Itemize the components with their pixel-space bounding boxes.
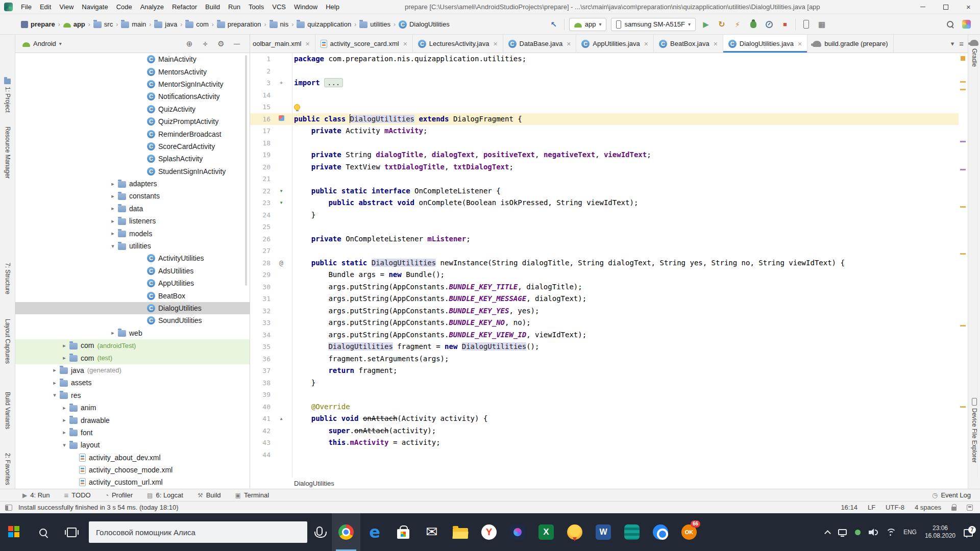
tree-item-MentorsActivity[interactable]: MentorsActivity	[15, 65, 250, 78]
tool-button-2-favorites[interactable]: 2: Favorites	[0, 453, 15, 485]
tool-button-todo[interactable]: TODO	[64, 491, 91, 499]
menu-refactor[interactable]: Refactor	[168, 0, 201, 14]
tree-chevron-icon[interactable]: ▸	[108, 193, 118, 199]
bluecircle-app-icon[interactable]	[646, 513, 675, 551]
apply-code-changes-button[interactable]	[732, 19, 743, 30]
tool-button-1-project[interactable]: 1: Project	[0, 79, 15, 113]
chevron-down-icon[interactable]: ▾	[59, 41, 62, 46]
breadcrumb-app[interactable]: app	[62, 19, 87, 29]
tree-chevron-icon[interactable]: ▾	[59, 442, 69, 448]
breadcrumb-main[interactable]: main	[119, 19, 148, 29]
tree-item-AdsUtilities[interactable]: AdsUtilities	[15, 265, 250, 277]
menu-navigate[interactable]: Navigate	[78, 0, 112, 14]
tree-item-listeners[interactable]: ▸listeners	[15, 215, 250, 227]
close-tab-icon[interactable]: ×	[305, 40, 309, 48]
warning-mark[interactable]	[960, 206, 966, 208]
warning-mark[interactable]	[960, 81, 966, 83]
tab-DialogUtilities.java[interactable]: DialogUtilities.java×	[723, 35, 807, 53]
avd-manager-button[interactable]	[800, 19, 812, 30]
editor[interactable]: 1package com.preparation.nis.quizapplica…	[250, 53, 968, 489]
tree-item-models[interactable]: ▸models	[15, 227, 250, 239]
tree-item-BeatBox[interactable]: BeatBox	[15, 289, 250, 302]
tool-button-event-log[interactable]: Event Log	[932, 491, 971, 499]
tree-item-MentorSignInActivity[interactable]: MentorSignInActivity	[15, 78, 250, 90]
maximize-button[interactable]	[934, 0, 957, 14]
chrome-app-icon[interactable]	[332, 513, 360, 551]
toolwindow-toggle-icon[interactable]	[5, 505, 12, 511]
tool-button-7-structure[interactable]: 7: Structure	[0, 263, 15, 294]
menu-build[interactable]: Build	[201, 0, 224, 14]
tree-item-utilities[interactable]: ▾utilities	[15, 240, 250, 252]
folder-app-icon[interactable]	[446, 513, 475, 551]
tray-expand-icon[interactable]	[824, 530, 831, 537]
tree-item-res[interactable]: ▾res	[15, 389, 250, 402]
ok-app-icon[interactable]: 66	[675, 513, 703, 551]
project-header-hide-icon[interactable]	[232, 39, 241, 48]
tree-item-com[interactable]: ▸com(androidTest)	[15, 339, 250, 352]
tree-chevron-icon[interactable]: ▸	[59, 429, 69, 436]
warning-mark[interactable]	[960, 253, 966, 255]
tool-button-6-logcat[interactable]: 6: Logcat	[147, 491, 183, 499]
tree-item-adapters[interactable]: ▸adapters	[15, 178, 250, 190]
tree-chevron-icon[interactable]: ▸	[59, 417, 69, 423]
photos-app-icon[interactable]	[503, 513, 532, 551]
device-dropdown[interactable]: samsung SM-A515F ▾	[611, 18, 696, 31]
search-everywhere-icon[interactable]	[945, 19, 956, 30]
warning-mark[interactable]	[960, 325, 966, 327]
wifi-icon[interactable]	[886, 529, 895, 536]
tree-item-activity_choose_mode.xml[interactable]: activity_choose_mode.xml	[15, 464, 250, 476]
tree-chevron-icon[interactable]: ▾	[108, 243, 118, 249]
mail-app-icon[interactable]	[418, 513, 446, 551]
tree-item-ActivityUtilities[interactable]: ActivityUtilities	[15, 252, 250, 264]
project-header-settings-icon[interactable]	[216, 39, 226, 48]
file-encoding[interactable]: UTF-8	[886, 504, 904, 511]
tree-item-web[interactable]: ▸web	[15, 327, 250, 339]
taskbar-clock[interactable]: 23:06 16.08.2020	[925, 524, 955, 540]
menu-vcs[interactable]: VCS	[268, 0, 290, 14]
warning-mark[interactable]	[960, 89, 966, 90]
tree-chevron-icon[interactable]: ▸	[59, 405, 69, 411]
stop-button[interactable]	[779, 19, 791, 30]
apply-changes-button[interactable]	[716, 19, 727, 30]
menu-run[interactable]: Run	[224, 0, 244, 14]
tree-item-font[interactable]: ▸font	[15, 427, 250, 439]
project-header-collapse-icon[interactable]	[201, 39, 210, 48]
breadcrumb-DialogUtilities[interactable]: DialogUtilities	[397, 19, 451, 30]
hidden-tabs-icon[interactable]	[951, 40, 954, 47]
project-header-target-icon[interactable]	[185, 39, 194, 48]
profiler-button[interactable]	[764, 19, 775, 30]
word-app-icon[interactable]	[589, 513, 618, 551]
excel-app-icon[interactable]	[532, 513, 560, 551]
tool-button-layout-captures[interactable]: Layout Captures	[0, 319, 15, 364]
tree-item-constants[interactable]: ▸constants	[15, 190, 250, 202]
menu-help[interactable]: Help	[322, 0, 344, 14]
tab-LecturesActivity.java[interactable]: LecturesActivity.java×	[413, 35, 503, 53]
tree-item-layout[interactable]: ▾layout	[15, 439, 250, 451]
tab-build.gradle (prepare)[interactable]: build.gradle (prepare)	[807, 35, 893, 53]
breadcrumb-prepare[interactable]: prepare	[19, 19, 57, 29]
menu-window[interactable]: Window	[290, 0, 322, 14]
caret-position[interactable]: 16:14	[841, 504, 857, 511]
indent-setting[interactable]: 4 spaces	[915, 504, 941, 511]
breadcrumb-nis[interactable]: nis	[268, 19, 290, 29]
tool-button-resource-manager[interactable]: Resource Manager	[0, 127, 15, 179]
breadcrumb-src[interactable]: src	[92, 19, 114, 29]
close-tab-icon[interactable]: ×	[567, 40, 571, 48]
project-view-selector[interactable]: Android	[33, 40, 56, 47]
error-stripe[interactable]	[959, 53, 968, 478]
tree-item-anim[interactable]: ▸anim	[15, 402, 250, 414]
close-button[interactable]: ×	[957, 0, 980, 14]
lock-icon[interactable]	[951, 507, 957, 511]
tree-item-StudentSignInActivity[interactable]: StudentSignInActivity	[15, 165, 250, 178]
menu-view[interactable]: View	[55, 0, 78, 14]
close-tab-icon[interactable]: ×	[403, 40, 407, 48]
tab-DataBase.java[interactable]: DataBase.java×	[503, 35, 577, 53]
tree-chevron-icon[interactable]: ▸	[108, 230, 118, 237]
code-area[interactable]: 1package com.preparation.nis.quizapplica…	[250, 53, 959, 478]
close-tab-icon[interactable]: ×	[644, 40, 648, 48]
tool-button-4-run[interactable]: 4: Run	[22, 491, 50, 499]
tree-chevron-icon[interactable]: ▸	[108, 218, 118, 224]
menu-file[interactable]: File	[17, 0, 36, 14]
line-ending[interactable]: LF	[868, 504, 875, 511]
tree-chevron-icon[interactable]: ▸	[59, 355, 69, 361]
